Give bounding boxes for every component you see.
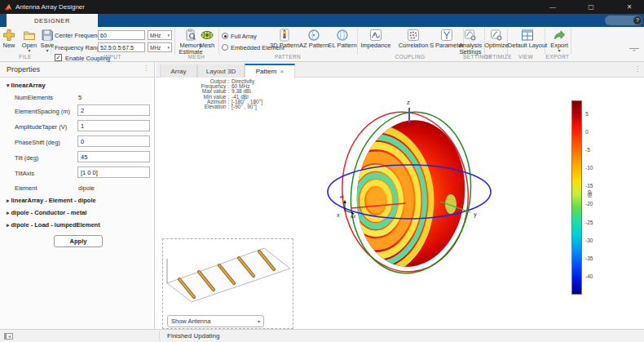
colorbar-tick: -40 — [585, 273, 593, 279]
el-pattern-button[interactable]: EL Pattern — [325, 29, 359, 49]
embedded-element-radio[interactable] — [222, 44, 228, 51]
pattern-3d-plot[interactable]: z x y el az — [317, 84, 570, 317]
phaseshift-input[interactable] — [77, 135, 150, 147]
colorbar-tick: -5 — [585, 147, 590, 153]
help-button[interactable]: ? — [605, 16, 642, 25]
title-bar: Antenna Array Designer — ▢ ✕ — [0, 0, 644, 14]
colorbar-tick: -35 — [585, 255, 593, 261]
tree-item-conductor-metal[interactable]: dipole - Conductor - metal — [7, 209, 86, 216]
tab-designer[interactable]: DESIGNER — [7, 14, 98, 27]
tab-array-label: Array — [170, 68, 186, 75]
properties-title: Properties — [7, 65, 40, 73]
z-axis-label: z — [407, 99, 410, 106]
colorbar — [571, 100, 582, 295]
colorbar-unit-label: dBi — [587, 190, 593, 198]
section-label-view: VIEW — [507, 54, 545, 60]
open-button[interactable]: Open — [20, 29, 38, 53]
elementspacing-input[interactable] — [77, 104, 150, 116]
default-layout-label: Default Layout — [507, 42, 548, 49]
help-icon: ? — [633, 16, 642, 24]
tree-item-load-lumpedelement[interactable]: dipole - Load - lumpedElement — [7, 221, 100, 229]
save-button[interactable]: Save — [38, 29, 56, 53]
az-label: az — [351, 214, 355, 219]
full-array-radio[interactable] — [222, 33, 228, 39]
center-frequency-input[interactable] — [98, 30, 145, 40]
center-frequency-unit-dropdown[interactable]: MHz — [148, 30, 172, 40]
document-menu-icon[interactable] — [634, 65, 641, 73]
frequency-range-unit-dropdown[interactable]: MHz — [148, 42, 172, 52]
frequency-range-input[interactable] — [98, 42, 145, 52]
default-layout-icon — [521, 29, 534, 42]
antenna-layout-view[interactable] — [163, 239, 293, 314]
3d-pattern-icon — [278, 29, 291, 42]
colorbar-tick: -10 — [585, 165, 593, 171]
maximize-button[interactable]: ▢ — [584, 3, 598, 11]
show-antenna-value: Show Antenna — [171, 318, 210, 325]
pattern-canvas: OutputDirectivity Frequency60 MHz Max va… — [156, 78, 644, 329]
phaseshift-label: PhaseShift (deg) — [15, 139, 60, 146]
el-pattern-icon — [336, 29, 349, 42]
new-plus-icon — [2, 29, 15, 42]
tab-array[interactable]: Array — [160, 64, 197, 78]
minimize-button[interactable]: — — [546, 3, 559, 11]
el-label: el — [340, 194, 344, 199]
panel-menu-icon[interactable] — [143, 64, 149, 72]
tilt-input[interactable] — [77, 151, 150, 162]
section-label-export: EXPORT — [545, 54, 571, 60]
correlation-button[interactable]: Correlation — [395, 29, 432, 49]
tiltaxis-label: TiltAxis — [15, 170, 34, 177]
status-bar: Finished Updating — [0, 329, 644, 342]
properties-panel: Properties linearArray NumElements 5 Ele… — [0, 62, 155, 329]
analysis-settings-button[interactable]: Analysis Settings — [457, 29, 484, 56]
status-text: Finished Updating — [167, 332, 219, 340]
impedance-label: Impedance — [359, 42, 393, 49]
colorbar-tick: 5 — [585, 111, 589, 117]
element-label: Element — [15, 184, 37, 192]
export-dropdown-icon[interactable] — [543, 49, 576, 53]
mesh-label: Mesh — [196, 42, 218, 49]
colorbar-tick: -15 — [585, 183, 593, 189]
pattern-info-block: OutputDirectivity Frequency60 MHz Max va… — [179, 79, 262, 109]
collapse-ribbon-icon[interactable] — [629, 48, 639, 56]
close-tab-icon[interactable]: × — [280, 68, 285, 75]
element-value: dipole — [78, 184, 95, 192]
ribbon-tab-strip: DESIGNER ? — [0, 14, 644, 27]
matlab-logo-icon — [4, 3, 12, 11]
impedance-icon — [369, 29, 382, 42]
close-button[interactable]: ✕ — [623, 3, 636, 11]
center-frequency-label: Center Frequency — [55, 32, 104, 39]
save-dropdown-icon[interactable] — [38, 49, 56, 53]
colorbar-tick: -30 — [585, 238, 593, 243]
tree-item-element-dipole[interactable]: linearArray - Element - dipole — [7, 197, 96, 204]
show-antenna-dropdown[interactable]: Show Antenna — [167, 315, 264, 327]
export-button[interactable]: Export — [543, 29, 576, 53]
amplitudetaper-label: AmplitudeTaper (V) — [15, 123, 67, 131]
tiltaxis-input[interactable] — [77, 167, 150, 178]
default-layout-button[interactable]: Default Layout — [507, 29, 548, 49]
tree-item-label: dipole - Load - lumpedElement — [11, 221, 99, 229]
mesh-button[interactable]: Mesh — [196, 29, 218, 49]
tree-item-label: linearArray - Element - dipole — [11, 197, 95, 204]
new-label: New — [0, 42, 18, 49]
amplitudetaper-input[interactable] — [77, 120, 150, 131]
s-parameter-icon — [440, 29, 453, 42]
section-label-pattern: PATTERN — [218, 54, 357, 60]
properties-header: Properties — [0, 62, 154, 78]
impedance-button[interactable]: Impedance — [359, 29, 393, 49]
tab-layout-3d[interactable]: Layout 3D — [197, 64, 245, 78]
chevron-down-icon — [167, 45, 170, 50]
open-dropdown-icon[interactable] — [20, 49, 38, 53]
info-elevation-value: [-90° , 90°] — [232, 104, 262, 109]
apply-button[interactable]: Apply — [54, 235, 103, 247]
optimize-icon — [490, 29, 503, 42]
tab-pattern[interactable]: Pattern × — [245, 64, 295, 78]
open-folder-icon — [23, 29, 36, 42]
dock-panel-icon[interactable] — [4, 333, 13, 340]
full-array-label: Full Array — [231, 33, 257, 40]
section-label-coupling: COUPLING — [357, 54, 463, 60]
new-button[interactable]: New — [0, 29, 18, 49]
frequency-range-unit-value: MHz — [150, 45, 161, 51]
correlation-icon — [407, 29, 420, 42]
lineararray-group[interactable]: linearArray — [7, 82, 46, 89]
antenna-array-designer-window: Antenna Array Designer — ▢ ✕ DESIGNER ? … — [0, 0, 644, 342]
